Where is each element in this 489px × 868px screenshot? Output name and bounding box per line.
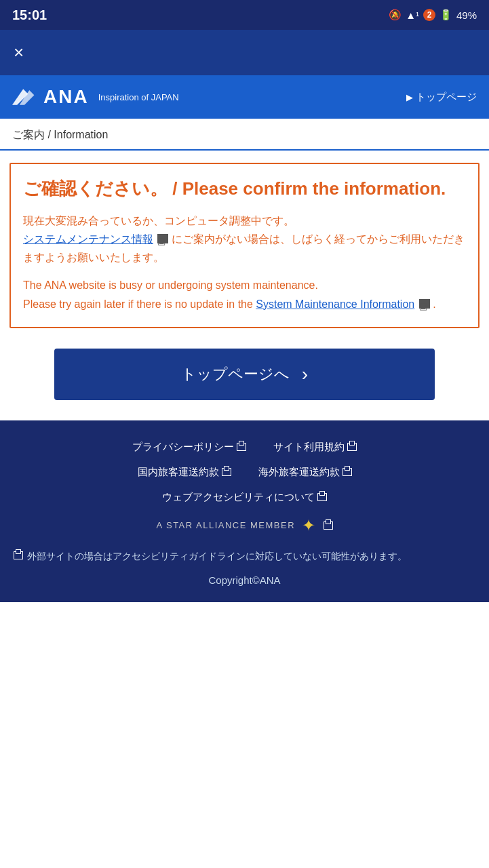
info-jp-text1: 現在大変混み合っているか、コンピュータ調整中です。 (23, 215, 294, 226)
domestic-terms-icon (222, 468, 231, 476)
status-icons: 🔕 ▲¹ 2 🔋 49% (389, 9, 477, 21)
domestic-terms-link[interactable]: 国内旅客運送約款 (138, 466, 231, 479)
top-page-button[interactable]: トップページへ › (54, 349, 435, 400)
ext-icon-jp: ▣ (157, 234, 168, 243)
domestic-terms-label: 国内旅客運送約款 (138, 466, 219, 479)
star-alliance-text: A STAR ALLIANCE MEMBER (156, 520, 295, 530)
footer: プライバシーポリシー サイト利用規約 国内旅客運送約款 海外旅客運送約款 ウェブ… (0, 420, 489, 602)
footer-links-row1: プライバシーポリシー サイト利用規約 (14, 441, 475, 454)
footer-accessibility-note: 外部サイトの場合はアクセシビリティガイドラインに対応していない可能性があります。 (14, 549, 475, 564)
star-alliance-badge: A STAR ALLIANCE MEMBER ✦ (14, 516, 475, 535)
privacy-link-icon (237, 443, 246, 451)
battery-percent: 49% (456, 9, 477, 21)
note-ext-icon (14, 549, 23, 564)
button-arrow-icon: › (302, 363, 308, 385)
star-alliance-ext-icon (324, 521, 333, 530)
sim-badge: 2 (423, 9, 435, 21)
info-body-en: The ANA website is busy or undergoing sy… (23, 276, 466, 313)
battery-icon: 🔋 (439, 9, 452, 21)
ana-logo-text: ANA (43, 86, 89, 108)
ana-logo: ANA Inspiration of JAPAN (12, 86, 179, 108)
site-terms-icon (347, 443, 357, 451)
accessibility-link[interactable]: ウェブアクセシビリティについて (162, 491, 327, 504)
site-terms-label: サイト利用規約 (273, 441, 345, 454)
international-terms-label: 海外旅客運送約款 (258, 466, 340, 479)
accessibility-label: ウェブアクセシビリティについて (162, 491, 315, 504)
footer-note-text: 外部サイトの場合はアクセシビリティガイドラインに対応していない可能性があります。 (27, 549, 407, 564)
signal-icon: ▲¹ (406, 9, 419, 21)
system-maintenance-link-en[interactable]: System Maintenance Information (256, 298, 414, 310)
info-en-text1: The ANA website is busy or undergoing sy… (23, 279, 318, 291)
accessibility-icon (317, 493, 327, 501)
status-bar: 15:01 🔕 ▲¹ 2 🔋 49% (0, 0, 489, 30)
star-icon: ✦ (302, 516, 317, 535)
status-time: 15:01 (12, 7, 47, 23)
top-page-label: トップページ (416, 91, 477, 104)
top-page-link[interactable]: ▶ トップページ (406, 91, 477, 104)
top-page-arrow-icon: ▶ (406, 92, 413, 102)
ana-tagline: Inspiration of JAPAN (98, 92, 179, 102)
international-terms-link[interactable]: 海外旅客運送約款 (258, 466, 352, 479)
footer-links-row3: ウェブアクセシビリティについて (14, 491, 475, 504)
info-heading: ご確認ください。 / Please confirm the informatio… (23, 178, 466, 201)
ext-icon-en: ▣ (419, 299, 430, 309)
site-terms-link[interactable]: サイト利用規約 (273, 441, 357, 454)
info-body-jp: 現在大変混み合っているか、コンピュータ調整中です。 システムメンテナンス情報 ▣… (23, 212, 466, 267)
nav-bar: × (0, 30, 489, 75)
info-en-text2: Please try again later if there is no up… (23, 298, 256, 310)
privacy-policy-link[interactable]: プライバシーポリシー (132, 441, 246, 454)
mute-icon: 🔕 (389, 9, 402, 21)
ana-logo-wing-icon (12, 87, 37, 106)
copyright: Copyright©ANA (14, 574, 475, 586)
top-page-button-label: トップページへ (181, 364, 290, 384)
close-button[interactable]: × (14, 42, 24, 63)
info-box: ご確認ください。 / Please confirm the informatio… (9, 163, 480, 328)
info-en-text3: . (433, 298, 435, 310)
privacy-policy-label: プライバシーポリシー (132, 441, 234, 454)
international-terms-icon (343, 468, 352, 476)
site-header: ANA Inspiration of JAPAN ▶ トップページ (0, 75, 489, 119)
breadcrumb-text: ご案内 / Information (12, 129, 108, 140)
system-maintenance-link-jp[interactable]: システムメンテナンス情報 (23, 233, 153, 245)
footer-links-row2: 国内旅客運送約款 海外旅客運送約款 (14, 466, 475, 479)
breadcrumb: ご案内 / Information (0, 119, 489, 151)
